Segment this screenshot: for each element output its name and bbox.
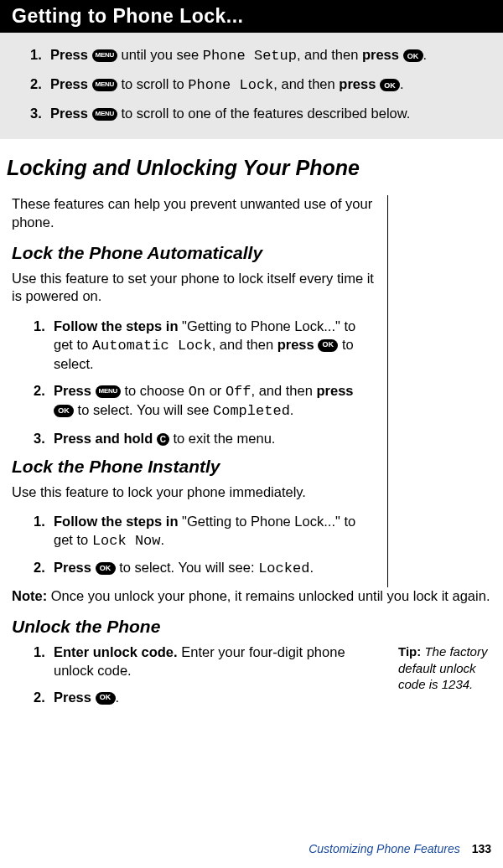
- step-text: Press MENU to scroll to one of the featu…: [50, 104, 410, 122]
- two-column-unlock: 1. Enter unlock code. Enter your four-di…: [7, 643, 496, 715]
- instant-note: Note: Once you unlock your phone, it rem…: [7, 587, 496, 605]
- two-column-upper: These features can help you prevent unwa…: [7, 195, 496, 586]
- page-footer: Customizing Phone Features 133: [309, 842, 491, 855]
- page-number: 133: [472, 842, 491, 855]
- step-text: Follow the steps in "Getting to Phone Lo…: [54, 318, 376, 374]
- menu-icon: MENU: [92, 79, 117, 91]
- step-number: 2.: [34, 382, 49, 421]
- step-text: Follow the steps in "Getting to Phone Lo…: [54, 513, 376, 550]
- gray-step-2: 2. Press MENU to scroll to Phone Lock, a…: [12, 75, 491, 96]
- ok-icon: OK: [403, 49, 423, 62]
- menu-icon: MENU: [92, 108, 117, 121]
- footer-section: Customizing Phone Features: [309, 842, 460, 855]
- step-text: Press MENU to choose On or Off, and then…: [54, 382, 376, 421]
- step-number: 1.: [34, 513, 49, 550]
- instant-desc: Use this feature to lock your phone imme…: [12, 483, 376, 501]
- instant-step-2: 2. Press OK to select. You will see: Loc…: [12, 559, 376, 578]
- step-number: 2.: [30, 75, 45, 93]
- left-column: 1. Enter unlock code. Enter your four-di…: [7, 643, 388, 715]
- left-column: These features can help you prevent unwa…: [7, 195, 388, 586]
- step-number: 3.: [34, 430, 49, 448]
- ok-icon: OK: [96, 562, 116, 575]
- c-icon: C: [157, 433, 169, 446]
- auto-heading: Lock the Phone Automatically: [12, 243, 376, 263]
- gray-step-1: 1. Press MENU until you see Phone Setup,…: [12, 45, 491, 66]
- instant-step-1: 1. Follow the steps in "Getting to Phone…: [12, 513, 376, 550]
- step-number: 2.: [34, 689, 49, 707]
- menu-icon: MENU: [96, 385, 121, 398]
- step-number: 1.: [34, 643, 49, 680]
- auto-step-1: 1. Follow the steps in "Getting to Phone…: [12, 318, 376, 374]
- header-bar: Getting to Phone Lock...: [0, 0, 503, 33]
- step-text: Press and hold C to exit the menu.: [54, 430, 376, 448]
- header-title: Getting to Phone Lock...: [12, 5, 244, 27]
- auto-step-2: 2. Press MENU to choose On or Off, and t…: [12, 382, 376, 421]
- intro-text: These features can help you prevent unwa…: [12, 195, 376, 231]
- unlock-step-2: 2. Press OK.: [12, 689, 376, 707]
- auto-step-3: 3. Press and hold C to exit the menu.: [12, 430, 376, 448]
- step-text: Press MENU until you see Phone Setup, an…: [50, 45, 427, 66]
- step-number: 1.: [34, 318, 49, 374]
- ok-icon: OK: [54, 405, 74, 417]
- menu-icon: MENU: [92, 49, 117, 62]
- section-heading: Locking and Unlocking Your Phone: [7, 156, 496, 180]
- gray-step-3: 3. Press MENU to scroll to one of the fe…: [12, 104, 491, 122]
- getting-to-box: 1. Press MENU until you see Phone Setup,…: [0, 33, 503, 139]
- step-text: Press MENU to scroll to Phone Lock, and …: [50, 75, 404, 96]
- unlock-step-1: 1. Enter unlock code. Enter your four-di…: [12, 643, 376, 680]
- step-text: Press OK.: [54, 689, 376, 707]
- step-number: 3.: [30, 104, 45, 122]
- right-column-tip: Tip: The factory default unlock code is …: [388, 643, 495, 715]
- auto-desc: Use this feature to set your phone to lo…: [12, 270, 376, 306]
- right-column-empty: [388, 195, 495, 586]
- ok-icon: OK: [96, 692, 116, 705]
- instant-heading: Lock the Phone Instantly: [12, 457, 376, 477]
- step-text: Enter unlock code. Enter your four-digit…: [54, 643, 376, 680]
- step-number: 2.: [34, 559, 49, 578]
- main-content: Locking and Unlocking Your Phone These f…: [0, 139, 503, 715]
- ok-icon: OK: [318, 339, 338, 352]
- tip-label: Tip:: [398, 644, 421, 659]
- unlock-heading: Unlock the Phone: [7, 617, 496, 637]
- step-text: Press OK to select. You will see: Locked…: [54, 559, 376, 578]
- ok-icon: OK: [380, 79, 400, 91]
- step-number: 1.: [30, 45, 45, 64]
